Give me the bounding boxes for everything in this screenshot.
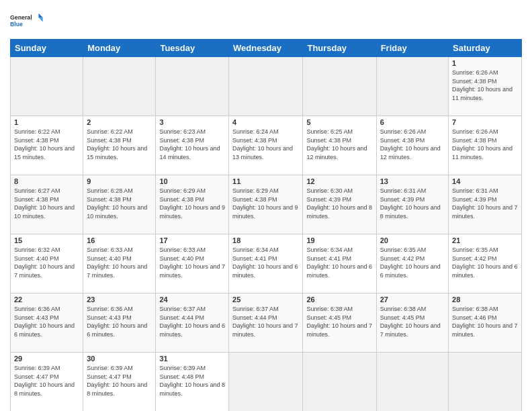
table-cell: 1Sunrise: 6:22 AMSunset: 4:38 PMDaylight… <box>11 116 83 175</box>
table-cell <box>156 57 229 116</box>
calendar-row: 22Sunrise: 6:36 AMSunset: 4:43 PMDayligh… <box>11 293 522 353</box>
table-cell: 5Sunrise: 6:25 AMSunset: 4:38 PMDaylight… <box>303 116 376 175</box>
day-number: 7 <box>452 118 518 126</box>
table-cell: 9Sunrise: 6:28 AMSunset: 4:38 PMDaylight… <box>83 175 156 234</box>
header-saturday: Saturday <box>449 40 522 57</box>
table-cell: 26Sunrise: 6:38 AMSunset: 4:45 PMDayligh… <box>303 293 376 353</box>
day-info: Sunrise: 6:37 AMSunset: 4:44 PMDaylight:… <box>232 306 298 338</box>
table-cell: 14Sunrise: 6:31 AMSunset: 4:39 PMDayligh… <box>449 175 522 234</box>
table-cell: 6Sunrise: 6:26 AMSunset: 4:38 PMDaylight… <box>376 116 448 175</box>
day-info: Sunrise: 6:39 AMSunset: 4:47 PMDaylight:… <box>14 365 75 397</box>
table-cell: 25Sunrise: 6:37 AMSunset: 4:44 PMDayligh… <box>229 293 303 353</box>
day-number: 28 <box>452 295 518 304</box>
day-info: Sunrise: 6:27 AMSunset: 4:38 PMDaylight:… <box>14 187 75 220</box>
table-cell <box>303 57 376 116</box>
day-info: Sunrise: 6:35 AMSunset: 4:42 PMDaylight:… <box>380 246 441 279</box>
logo-svg: General Blue <box>10 7 44 34</box>
day-info: Sunrise: 6:38 AMSunset: 4:46 PMDaylight:… <box>452 306 518 338</box>
day-number: 24 <box>159 295 225 304</box>
day-number: 14 <box>452 177 518 185</box>
day-info: Sunrise: 6:32 AMSunset: 4:40 PMDaylight:… <box>14 246 75 279</box>
day-info: Sunrise: 6:28 AMSunset: 4:38 PMDaylight:… <box>87 187 147 220</box>
day-info: Sunrise: 6:26 AMSunset: 4:38 PMDaylight:… <box>452 128 513 161</box>
calendar-row: 29Sunrise: 6:39 AMSunset: 4:47 PMDayligh… <box>11 353 522 412</box>
table-cell: 21Sunrise: 6:35 AMSunset: 4:42 PMDayligh… <box>449 234 522 293</box>
svg-marker-3 <box>39 17 43 21</box>
day-number: 16 <box>87 236 152 244</box>
table-cell <box>229 57 303 116</box>
day-number: 31 <box>159 355 225 363</box>
table-cell: 18Sunrise: 6:34 AMSunset: 4:41 PMDayligh… <box>229 234 303 293</box>
day-info: Sunrise: 6:25 AMSunset: 4:38 PMDaylight:… <box>306 128 367 161</box>
day-number: 22 <box>14 295 79 304</box>
calendar-row: 15Sunrise: 6:32 AMSunset: 4:40 PMDayligh… <box>11 234 522 293</box>
table-cell: 23Sunrise: 6:36 AMSunset: 4:43 PMDayligh… <box>83 293 156 353</box>
day-number: 15 <box>14 236 79 244</box>
table-cell <box>303 353 376 412</box>
day-number: 4 <box>232 118 299 126</box>
day-info: Sunrise: 6:35 AMSunset: 4:42 PMDaylight:… <box>452 246 518 279</box>
day-number: 3 <box>159 118 225 126</box>
table-cell: 2Sunrise: 6:22 AMSunset: 4:38 PMDaylight… <box>83 116 156 175</box>
table-cell: 30Sunrise: 6:39 AMSunset: 4:47 PMDayligh… <box>83 353 156 412</box>
day-info: Sunrise: 6:24 AMSunset: 4:38 PMDaylight:… <box>232 128 293 161</box>
table-cell: 24Sunrise: 6:37 AMSunset: 4:44 PMDayligh… <box>156 293 229 353</box>
svg-text:Blue: Blue <box>10 21 23 28</box>
day-info: Sunrise: 6:34 AMSunset: 4:41 PMDaylight:… <box>306 246 372 279</box>
day-number: 11 <box>232 177 299 185</box>
header-sunday: Sunday <box>11 40 83 57</box>
day-number: 20 <box>380 236 445 244</box>
day-number: 21 <box>452 236 518 244</box>
svg-text:General: General <box>10 14 32 21</box>
day-info: Sunrise: 6:31 AMSunset: 4:39 PMDaylight:… <box>380 187 441 220</box>
table-cell: 22Sunrise: 6:36 AMSunset: 4:43 PMDayligh… <box>11 293 83 353</box>
day-number: 1 <box>452 59 518 67</box>
day-number: 25 <box>232 295 299 304</box>
day-info: Sunrise: 6:33 AMSunset: 4:40 PMDaylight:… <box>159 246 225 279</box>
day-number: 10 <box>159 177 225 185</box>
day-info: Sunrise: 6:31 AMSunset: 4:39 PMDaylight:… <box>452 187 518 220</box>
page: General Blue SundayMondayTuesdayWednesda… <box>0 0 532 411</box>
day-info: Sunrise: 6:39 AMSunset: 4:47 PMDaylight:… <box>87 365 147 397</box>
day-info: Sunrise: 6:26 AMSunset: 4:38 PMDaylight:… <box>380 128 441 161</box>
calendar-table: SundayMondayTuesdayWednesdayThursdayFrid… <box>10 39 522 411</box>
day-number: 18 <box>232 236 299 244</box>
table-cell <box>376 57 448 116</box>
table-cell: 3Sunrise: 6:23 AMSunset: 4:38 PMDaylight… <box>156 116 229 175</box>
calendar-row: 8Sunrise: 6:27 AMSunset: 4:38 PMDaylight… <box>11 175 522 234</box>
header-friday: Friday <box>376 40 448 57</box>
table-cell: 8Sunrise: 6:27 AMSunset: 4:38 PMDaylight… <box>11 175 83 234</box>
calendar-header-row: SundayMondayTuesdayWednesdayThursdayFrid… <box>11 40 522 57</box>
day-info: Sunrise: 6:22 AMSunset: 4:38 PMDaylight:… <box>14 128 75 161</box>
table-cell: 16Sunrise: 6:33 AMSunset: 4:40 PMDayligh… <box>83 234 156 293</box>
day-number: 5 <box>306 118 372 126</box>
day-number: 13 <box>380 177 445 185</box>
day-info: Sunrise: 6:23 AMSunset: 4:38 PMDaylight:… <box>159 128 220 161</box>
table-cell: 15Sunrise: 6:32 AMSunset: 4:40 PMDayligh… <box>11 234 83 293</box>
day-info: Sunrise: 6:39 AMSunset: 4:48 PMDaylight:… <box>159 365 225 397</box>
day-number: 23 <box>87 295 152 304</box>
header-thursday: Thursday <box>303 40 376 57</box>
table-cell: 7Sunrise: 6:26 AMSunset: 4:38 PMDaylight… <box>449 116 522 175</box>
day-number: 30 <box>87 355 152 363</box>
table-cell: 4Sunrise: 6:24 AMSunset: 4:38 PMDaylight… <box>229 116 303 175</box>
table-cell <box>376 353 448 412</box>
header-wednesday: Wednesday <box>229 40 303 57</box>
day-info: Sunrise: 6:38 AMSunset: 4:45 PMDaylight:… <box>306 306 372 338</box>
day-info: Sunrise: 6:30 AMSunset: 4:39 PMDaylight:… <box>306 187 372 220</box>
day-number: 8 <box>14 177 79 185</box>
logo: General Blue <box>10 7 44 34</box>
table-cell <box>11 57 83 116</box>
table-cell: 29Sunrise: 6:39 AMSunset: 4:47 PMDayligh… <box>11 353 83 412</box>
table-cell: 1Sunrise: 6:26 AMSunset: 4:38 PMDaylight… <box>449 57 522 116</box>
day-number: 17 <box>159 236 225 244</box>
table-cell <box>229 353 303 412</box>
day-number: 29 <box>14 355 79 363</box>
day-info: Sunrise: 6:33 AMSunset: 4:40 PMDaylight:… <box>87 246 147 279</box>
table-cell: 12Sunrise: 6:30 AMSunset: 4:39 PMDayligh… <box>303 175 376 234</box>
table-cell: 19Sunrise: 6:34 AMSunset: 4:41 PMDayligh… <box>303 234 376 293</box>
table-cell <box>449 353 522 412</box>
table-cell: 31Sunrise: 6:39 AMSunset: 4:48 PMDayligh… <box>156 353 229 412</box>
table-cell: 10Sunrise: 6:29 AMSunset: 4:38 PMDayligh… <box>156 175 229 234</box>
day-info: Sunrise: 6:36 AMSunset: 4:43 PMDaylight:… <box>87 306 147 338</box>
